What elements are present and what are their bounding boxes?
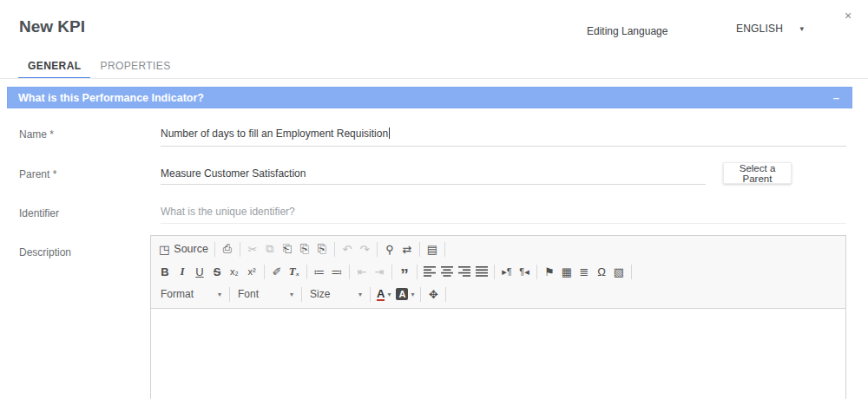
paragraph-format-dropdown[interactable]: Format ▾ [156,285,226,304]
chevron-down-icon: ▾ [799,24,804,33]
horizontal-rule-icon[interactable]: ≣ [575,262,593,281]
parent-value: Measure Customer Satisfaction [161,167,306,180]
anchor-icon[interactable]: ⚑ [541,262,558,281]
align-justify-icon[interactable] [473,262,490,281]
paste-plain-text-icon[interactable]: ⎘ [296,239,313,258]
editor-toolbar: ◳ Source ⎙ ✂ ⧉ ⎗ ⎘ ⎘ ↶ ↷ ⚲ ⇄ ▤ [151,236,845,309]
toolbar-row-2: B I U S x₂ x² ✐ Tₓ ≔ ≕ ⇤ ⇥ ” [156,260,842,283]
size-label: Size [310,288,330,300]
name-underline [161,146,846,147]
collapse-icon[interactable]: – [833,91,839,104]
paste-icon[interactable]: ⎗ [279,239,296,258]
paste-from-word-icon[interactable]: ⎘ [313,239,331,258]
description-label: Description [19,246,71,258]
tab-properties-label: PROPERTIES [100,60,170,72]
cut-icon[interactable]: ✂ [244,239,261,258]
decrease-indent-icon[interactable]: ⇤ [353,262,371,281]
toolbar-row-1: ◳ Source ⎙ ✂ ⧉ ⎗ ⎘ ⎘ ↶ ↷ ⚲ ⇄ ▤ [156,238,842,260]
source-button[interactable]: ◳ Source [156,239,211,258]
subscript-icon[interactable]: x₂ [226,262,243,281]
language-value: ENGLISH [736,23,783,35]
italic-icon[interactable]: I [174,262,191,281]
tab-general[interactable]: GENERAL [18,54,90,79]
underline-icon[interactable]: U [191,262,208,281]
align-left-icon[interactable] [421,262,438,281]
undo-icon[interactable]: ↶ [339,239,356,258]
parent-label: Parent * [19,168,56,180]
source-icon: ◳ [159,243,169,256]
text-cursor [389,128,390,139]
chevron-down-icon: ▾ [290,291,293,298]
format-label: Format [161,288,194,300]
name-label: Name * [19,128,54,141]
find-icon[interactable]: ⚲ [381,239,398,258]
chevron-down-icon: ▾ [387,291,391,298]
redo-icon[interactable]: ↷ [356,239,373,258]
background-color-icon: A [396,288,408,300]
font-label: Font [238,288,259,300]
blockquote-icon[interactable]: ” [396,262,413,281]
image-icon[interactable]: ▧ [610,262,628,281]
name-input[interactable]: Number of days to fill an Employment Req… [161,128,390,140]
remove-format-icon[interactable]: Tₓ [286,262,303,281]
toolbar-row-3: Format ▾ Font ▾ Size ▾ A ▾ [156,283,842,305]
bulleted-list-icon[interactable]: ≕ [328,262,345,281]
tab-general-label: GENERAL [28,60,81,72]
section-title: What is this Performance Indicator? [18,92,833,104]
description-editing-area[interactable] [151,309,845,399]
increase-indent-icon[interactable]: ⇥ [371,262,388,281]
strikethrough-icon[interactable]: S [208,262,226,281]
bold-icon[interactable]: B [156,262,174,281]
select-all-icon[interactable]: ▤ [424,239,441,258]
select-parent-button[interactable]: Select a Parent [723,162,792,184]
identifier-underline [161,223,846,224]
align-center-icon[interactable] [438,262,456,281]
copy-formatting-icon[interactable]: ✐ [268,262,286,281]
section-header[interactable]: What is this Performance Indicator? – [7,87,852,108]
identifier-label: Identifier [19,207,59,219]
superscript-icon[interactable]: x² [243,262,260,281]
replace-icon[interactable]: ⇄ [398,239,416,258]
page-title: New KPI [19,17,85,36]
chevron-down-icon: ▾ [218,291,221,298]
close-icon[interactable]: × [841,9,855,23]
align-right-icon[interactable] [456,262,473,281]
editing-language-label: Editing Language [587,25,667,37]
font-size-dropdown[interactable]: Size ▾ [306,285,366,304]
print-icon[interactable]: ⎙ [219,239,236,258]
identifier-input[interactable] [161,206,846,218]
special-character-icon[interactable]: Ω [593,262,610,281]
description-rich-text-editor: ◳ Source ⎙ ✂ ⧉ ⎗ ⎘ ⎘ ↶ ↷ ⚲ ⇄ ▤ [150,235,846,399]
tab-bar: GENERAL PROPERTIES [18,54,181,79]
new-kpi-dialog: New KPI Editing Language ENGLISH ▾ × GEN… [0,0,868,399]
tabs-divider [0,78,868,79]
chevron-down-icon: ▾ [358,291,362,298]
parent-input[interactable]: Measure Customer Satisfaction [161,167,306,180]
text-color-button[interactable]: A ▾ [374,285,393,304]
text-color-icon: A [377,288,385,301]
maximize-icon[interactable]: ✥ [424,285,442,304]
background-color-button[interactable]: A ▾ [393,285,417,304]
copy-icon[interactable]: ⧉ [261,239,279,258]
text-direction-ltr-icon[interactable]: ▸¶ [498,262,516,281]
table-icon[interactable]: ▦ [558,262,575,281]
chevron-down-icon: ▾ [411,291,414,298]
source-label: Source [174,243,208,255]
numbered-list-icon[interactable]: ≔ [311,262,328,281]
tab-properties[interactable]: PROPERTIES [90,54,180,79]
language-select[interactable]: ENGLISH ▾ [736,23,804,35]
parent-underline [161,184,706,185]
name-value: Number of days to fill an Employment Req… [161,128,388,140]
font-name-dropdown[interactable]: Font ▾ [233,285,298,304]
text-direction-rtl-icon[interactable]: ¶◂ [516,262,533,281]
